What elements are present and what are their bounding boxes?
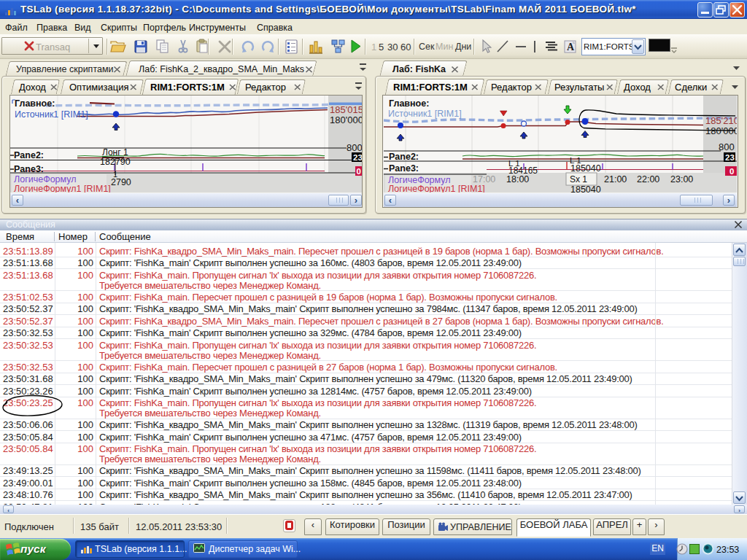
svg-text:1: 1 [113,170,117,179]
svg-text:Pane2:: Pane2: [14,150,44,160]
svg-text:18:00: 18:00 [506,174,529,184]
svg-text:182790: 182790 [100,157,131,167]
svg-text:A: A [567,42,575,52]
svg-text:Pane3:: Pane3: [389,163,419,174]
svg-text:23: 23 [725,153,735,162]
svg-text:22:00: 22:00 [637,174,659,184]
svg-text:Pane2:: Pane2: [389,152,419,162]
svg-text:185040: 185040 [570,163,601,174]
svg-text:Источник1 [RIM1]: Источник1 [RIM1] [15,109,88,120]
svg-text:23:00: 23:00 [670,174,693,184]
svg-text:ЛогичеФормул: ЛогичеФормул [14,174,77,184]
svg-text:ЛогичеФормул1 [RIM1]: ЛогичеФормул1 [RIM1] [14,184,111,192]
svg-text:185040: 185040 [570,184,601,192]
svg-text:180'000: 180'000 [705,125,737,136]
svg-text:Главное:: Главное: [15,98,55,109]
svg-text:800: 800 [347,142,362,153]
svg-text:0: 0 [729,167,734,176]
svg-text:185'015: 185'015 [330,104,362,115]
svg-text:Источник1 [RIM1]: Источник1 [RIM1] [388,109,462,119]
svg-text:Pane3:: Pane3: [14,164,44,174]
svg-text:180'000: 180'000 [330,114,362,125]
svg-text:Главное:: Главное: [389,98,429,109]
svg-text:21:00: 21:00 [604,174,627,184]
svg-text:23: 23 [353,153,362,162]
svg-text:0: 0 [357,167,361,176]
svg-text:Sx 1: Sx 1 [570,174,587,184]
svg-text:2790: 2790 [111,177,131,187]
svg-text:ЛогичеФормул1 [RIM1]: ЛогичеФормул1 [RIM1] [388,184,485,193]
svg-text:800: 800 [719,141,735,152]
svg-text:185'210: 185'210 [705,115,737,126]
